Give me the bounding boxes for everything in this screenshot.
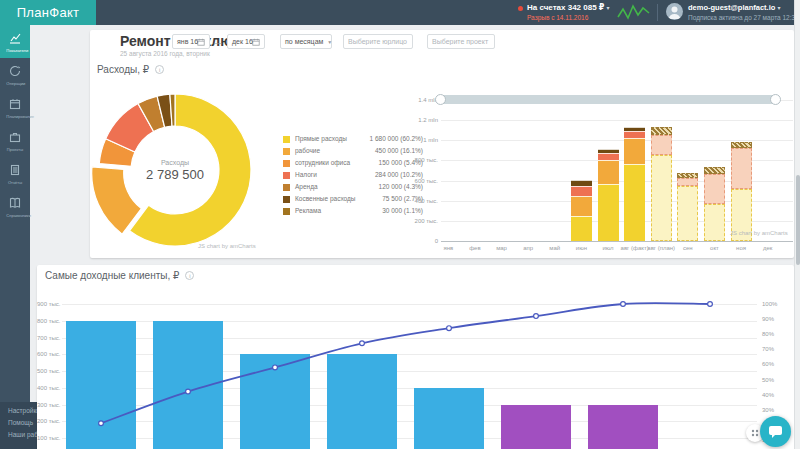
briefcase-icon: .f{fill:#9fb4c0;stroke:none} xyxy=(9,131,21,143)
expenses-section-header: Расходы, ₽i xyxy=(97,64,164,75)
plan-segment-brown[interactable] xyxy=(731,142,752,149)
app-logo[interactable]: ПланФакт xyxy=(0,0,96,25)
scrollbar-handle-right[interactable] xyxy=(770,94,781,105)
line-marker xyxy=(447,326,452,331)
fact-segment-orange[interactable] xyxy=(624,138,645,164)
right-axis-tick: 30% xyxy=(762,407,782,413)
plan-segment-yellow[interactable] xyxy=(731,189,752,241)
legend-row[interactable]: сотрудники офиса150 000 (5.4%) xyxy=(283,158,423,170)
sparkline-icon[interactable] xyxy=(617,3,651,21)
client-bar[interactable] xyxy=(240,354,310,449)
plan-segment-salmon[interactable] xyxy=(704,174,725,204)
line-marker xyxy=(360,341,365,346)
legend-row[interactable]: Реклама30 000 (1.1%) xyxy=(283,206,423,218)
left-axis-tick: 200 тыс. xyxy=(37,418,59,424)
user-menu[interactable]: demo-guest@planfact.io ▾ Подписка активн… xyxy=(666,3,799,21)
fact-segment-brown[interactable] xyxy=(624,127,645,131)
calendar-icon xyxy=(252,38,260,46)
right-axis-tick: 80% xyxy=(762,331,782,337)
plan-segment-salmon[interactable] xyxy=(677,178,698,186)
client-bar[interactable] xyxy=(153,321,223,449)
left-axis-tick: 300 тыс. xyxy=(37,402,59,408)
fact-segment-orange[interactable] xyxy=(598,160,619,183)
fact-segment-brown[interactable] xyxy=(571,180,592,186)
gridline xyxy=(441,181,793,182)
legend-row[interactable]: Налоги284 000 (10.2%) xyxy=(283,170,423,182)
sidebar-item-6[interactable]: .f{fill:#9fb4c0;stroke:none}Справочники xyxy=(0,190,30,223)
fact-segment-salmon[interactable] xyxy=(624,131,645,139)
fact-segment-salmon[interactable] xyxy=(598,153,619,160)
x-axis-label: мар xyxy=(496,245,507,251)
plan-segment-brown[interactable] xyxy=(651,127,672,136)
sidebar-nav: .f{fill:#ffffff;stroke:none}Показатели.f… xyxy=(0,25,30,449)
fact-segment-orange[interactable] xyxy=(571,196,592,216)
y-axis-tick: 1.4 mln xyxy=(409,97,438,103)
sidebar-item-2[interactable]: .f{fill:#9fb4c0;stroke:none}Операции xyxy=(0,58,30,91)
user-email: demo-guest@planfact.io xyxy=(688,3,775,12)
expenses-donut-chart[interactable]: Расходы 2 789 500 xyxy=(90,85,300,263)
date-to-input[interactable]: дек 16 xyxy=(227,34,265,49)
legend-label: Косвенные расходы xyxy=(295,195,356,202)
right-axis-tick: 90% xyxy=(762,316,782,322)
date-range-dash: — xyxy=(214,38,222,47)
chart-scrollbar[interactable] xyxy=(440,95,776,104)
legend-value: 450 000 (16.1%) xyxy=(375,147,423,154)
clients-pareto-chart[interactable]: 100 тыс.200 тыс.300 тыс.400 тыс.500 тыс.… xyxy=(37,265,794,449)
plan-segment-yellow[interactable] xyxy=(704,204,725,241)
expenses-card: Ремонт под ключ 25 августа 2016 года, вт… xyxy=(90,30,794,258)
fact-segment-yellow[interactable] xyxy=(624,164,645,241)
sidebar-item-1[interactable]: .f{fill:#ffffff;stroke:none}Показатели xyxy=(0,25,30,58)
scrollbar-handle-left[interactable] xyxy=(435,94,446,105)
chart-line-icon: .f{fill:#ffffff;stroke:none} xyxy=(9,32,21,44)
project-select-input[interactable] xyxy=(427,34,495,49)
book-icon: .f{fill:#9fb4c0;stroke:none} xyxy=(9,197,21,209)
plan-segment-brown[interactable] xyxy=(704,167,725,173)
plan-segment-yellow[interactable] xyxy=(651,155,672,241)
report-icon: .f{fill:#9fb4c0;stroke:none} xyxy=(9,164,21,176)
chat-button[interactable] xyxy=(760,416,791,447)
fact-segment-yellow[interactable] xyxy=(571,216,592,241)
sidebar-item-3[interactable]: .f{fill:#9fb4c0;stroke:none}Планирование xyxy=(0,91,30,124)
chevron-down-icon: ▼ xyxy=(327,39,332,45)
org-select-input[interactable] xyxy=(343,34,413,49)
client-bar[interactable] xyxy=(66,321,136,449)
client-bar[interactable] xyxy=(588,405,658,449)
sidebar-item-label: Проекты xyxy=(6,148,23,152)
client-bar[interactable] xyxy=(327,354,397,449)
plan-segment-salmon[interactable] xyxy=(651,135,672,155)
gridline xyxy=(441,100,793,101)
gridline xyxy=(441,160,793,161)
x-axis-label: авг (план) xyxy=(647,245,675,251)
page-scrollbar[interactable] xyxy=(794,0,800,449)
donut-center-value: 2 789 500 xyxy=(146,167,204,182)
plan-segment-brown[interactable] xyxy=(677,173,698,179)
legend-row[interactable]: рабочие450 000 (16.1%) xyxy=(283,146,423,158)
scrollbar-thumb[interactable] xyxy=(796,175,800,265)
line-marker xyxy=(534,314,539,319)
sidebar-item-5[interactable]: .f{fill:#9fb4c0;stroke:none}Отчёты xyxy=(0,157,30,190)
legend-value: 150 000 (5.4%) xyxy=(379,159,423,166)
x-axis-label: окт xyxy=(710,245,719,251)
y-axis-tick: 200 тыс. xyxy=(409,218,438,224)
legend-row[interactable]: Прямые расходы1 680 000 (60.2%) xyxy=(283,134,423,146)
client-bar[interactable] xyxy=(501,405,571,449)
x-axis-label: июл xyxy=(602,245,613,251)
page-subtitle: 25 августа 2016 года, вторник xyxy=(120,50,210,57)
fact-segment-brown[interactable] xyxy=(598,149,619,154)
plan-segment-yellow[interactable] xyxy=(677,186,698,241)
sidebar-item-4[interactable]: .f{fill:#9fb4c0;stroke:none}Проекты xyxy=(0,124,30,157)
legend-row[interactable]: Косвенные расходы75 500 (2.7%) xyxy=(283,194,423,206)
info-icon[interactable]: i xyxy=(155,65,164,74)
legend-swatch xyxy=(283,196,290,203)
plan-segment-salmon[interactable] xyxy=(731,148,752,188)
fact-segment-yellow[interactable] xyxy=(598,184,619,241)
period-select[interactable]: по месяцам▼ xyxy=(280,34,332,49)
legend-row[interactable]: Аренда120 000 (4.3%) xyxy=(283,182,423,194)
accounts-balance-menu[interactable]: На счетах 342 085 ₽▾ Разрыв с 14.11.2016 xyxy=(527,3,609,21)
client-bar[interactable] xyxy=(414,388,484,449)
legend-value: 284 000 (10.2%) xyxy=(375,171,423,178)
legend-label: рабочие xyxy=(295,147,320,154)
date-from-input[interactable]: янв 16 xyxy=(172,34,210,49)
fact-segment-salmon[interactable] xyxy=(571,186,592,196)
legend-value: 1 680 000 (60.2%) xyxy=(370,135,423,142)
